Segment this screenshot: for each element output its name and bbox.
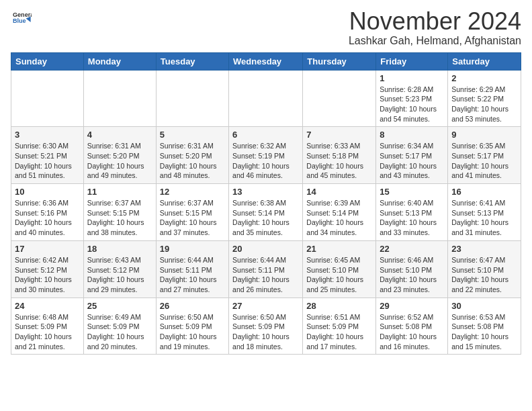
- day-number: 4: [87, 130, 152, 140]
- day-number: 9: [451, 130, 517, 140]
- table-row: 30Sunrise: 6:53 AM Sunset: 5:08 PM Dayli…: [448, 298, 521, 355]
- day-info: Sunrise: 6:34 AM Sunset: 5:17 PM Dayligh…: [380, 141, 444, 181]
- table-row: 29Sunrise: 6:52 AM Sunset: 5:08 PM Dayli…: [376, 298, 448, 355]
- table-row: 4Sunrise: 6:31 AM Sunset: 5:20 PM Daylig…: [83, 127, 156, 184]
- day-info: Sunrise: 6:28 AM Sunset: 5:23 PM Dayligh…: [380, 85, 444, 124]
- table-row: [303, 70, 376, 127]
- day-info: Sunrise: 6:37 AM Sunset: 5:15 PM Dayligh…: [160, 198, 225, 238]
- header: General Blue November 2024 Lashkar Gah, …: [11, 8, 521, 47]
- calendar-week-row: 24Sunrise: 6:48 AM Sunset: 5:09 PM Dayli…: [11, 298, 521, 355]
- day-info: Sunrise: 6:40 AM Sunset: 5:13 PM Dayligh…: [380, 198, 444, 238]
- day-number: 22: [380, 244, 444, 254]
- table-row: 6Sunrise: 6:32 AM Sunset: 5:19 PM Daylig…: [229, 127, 303, 184]
- day-info: Sunrise: 6:32 AM Sunset: 5:19 PM Dayligh…: [232, 141, 299, 181]
- table-row: [11, 70, 84, 127]
- col-sunday: Sunday: [11, 52, 84, 70]
- day-number: 24: [15, 301, 80, 311]
- day-number: 5: [160, 130, 225, 140]
- table-row: 27Sunrise: 6:50 AM Sunset: 5:09 PM Dayli…: [229, 298, 303, 355]
- table-row: 13Sunrise: 6:38 AM Sunset: 5:14 PM Dayli…: [229, 184, 303, 241]
- day-info: Sunrise: 6:31 AM Sunset: 5:20 PM Dayligh…: [160, 141, 225, 181]
- day-info: Sunrise: 6:37 AM Sunset: 5:15 PM Dayligh…: [87, 198, 152, 238]
- day-number: 30: [451, 301, 517, 311]
- day-number: 12: [160, 187, 225, 197]
- day-info: Sunrise: 6:47 AM Sunset: 5:10 PM Dayligh…: [451, 255, 517, 295]
- table-row: 26Sunrise: 6:50 AM Sunset: 5:09 PM Dayli…: [156, 298, 228, 355]
- day-info: Sunrise: 6:50 AM Sunset: 5:09 PM Dayligh…: [160, 312, 225, 352]
- day-number: 11: [87, 187, 152, 197]
- day-info: Sunrise: 6:52 AM Sunset: 5:08 PM Dayligh…: [380, 312, 444, 352]
- col-wednesday: Wednesday: [229, 52, 303, 70]
- table-row: 25Sunrise: 6:49 AM Sunset: 5:09 PM Dayli…: [83, 298, 156, 355]
- table-row: 18Sunrise: 6:43 AM Sunset: 5:12 PM Dayli…: [83, 240, 156, 298]
- day-info: Sunrise: 6:30 AM Sunset: 5:21 PM Dayligh…: [15, 141, 80, 181]
- day-number: 10: [15, 187, 80, 197]
- day-info: Sunrise: 6:45 AM Sunset: 5:10 PM Dayligh…: [306, 255, 372, 295]
- table-row: 12Sunrise: 6:37 AM Sunset: 5:15 PM Dayli…: [156, 184, 228, 241]
- day-number: 26: [160, 301, 225, 311]
- day-number: 8: [380, 130, 444, 140]
- table-row: 11Sunrise: 6:37 AM Sunset: 5:15 PM Dayli…: [83, 184, 156, 241]
- day-info: Sunrise: 6:38 AM Sunset: 5:14 PM Dayligh…: [232, 198, 299, 238]
- day-number: 20: [232, 244, 299, 254]
- table-row: [156, 70, 228, 127]
- day-info: Sunrise: 6:36 AM Sunset: 5:16 PM Dayligh…: [15, 198, 80, 238]
- calendar-header-row: Sunday Monday Tuesday Wednesday Thursday…: [11, 52, 521, 70]
- day-number: 25: [87, 301, 152, 311]
- day-info: Sunrise: 6:35 AM Sunset: 5:17 PM Dayligh…: [451, 141, 517, 181]
- location-title: Lashkar Gah, Helmand, Afghanistan: [349, 35, 521, 47]
- table-row: 5Sunrise: 6:31 AM Sunset: 5:20 PM Daylig…: [156, 127, 228, 184]
- svg-text:Blue: Blue: [13, 17, 26, 24]
- day-number: 19: [160, 244, 225, 254]
- col-monday: Monday: [83, 52, 156, 70]
- day-info: Sunrise: 6:46 AM Sunset: 5:10 PM Dayligh…: [380, 255, 444, 295]
- day-info: Sunrise: 6:50 AM Sunset: 5:09 PM Dayligh…: [232, 312, 299, 352]
- table-row: 9Sunrise: 6:35 AM Sunset: 5:17 PM Daylig…: [448, 127, 521, 184]
- day-number: 14: [306, 187, 372, 197]
- table-row: 8Sunrise: 6:34 AM Sunset: 5:17 PM Daylig…: [376, 127, 448, 184]
- col-thursday: Thursday: [303, 52, 376, 70]
- day-info: Sunrise: 6:42 AM Sunset: 5:12 PM Dayligh…: [15, 255, 80, 295]
- logo: General Blue: [11, 8, 32, 30]
- day-number: 13: [232, 187, 299, 197]
- day-info: Sunrise: 6:49 AM Sunset: 5:09 PM Dayligh…: [87, 312, 152, 352]
- day-number: 28: [306, 301, 372, 311]
- calendar-week-row: 3Sunrise: 6:30 AM Sunset: 5:21 PM Daylig…: [11, 127, 521, 184]
- day-number: 15: [380, 187, 444, 197]
- table-row: 24Sunrise: 6:48 AM Sunset: 5:09 PM Dayli…: [11, 298, 84, 355]
- logo-area: General Blue: [11, 8, 32, 30]
- day-number: 23: [451, 244, 517, 254]
- calendar-week-row: 17Sunrise: 6:42 AM Sunset: 5:12 PM Dayli…: [11, 240, 521, 298]
- day-info: Sunrise: 6:29 AM Sunset: 5:22 PM Dayligh…: [451, 85, 517, 124]
- table-row: 7Sunrise: 6:33 AM Sunset: 5:18 PM Daylig…: [303, 127, 376, 184]
- day-info: Sunrise: 6:43 AM Sunset: 5:12 PM Dayligh…: [87, 255, 152, 295]
- day-info: Sunrise: 6:31 AM Sunset: 5:20 PM Dayligh…: [87, 141, 152, 181]
- day-number: 3: [15, 130, 80, 140]
- logo-icon: General Blue: [13, 8, 32, 27]
- day-info: Sunrise: 6:53 AM Sunset: 5:08 PM Dayligh…: [451, 312, 517, 352]
- svg-text:General: General: [13, 11, 32, 18]
- day-info: Sunrise: 6:51 AM Sunset: 5:09 PM Dayligh…: [306, 312, 372, 352]
- table-row: 14Sunrise: 6:39 AM Sunset: 5:14 PM Dayli…: [303, 184, 376, 241]
- day-info: Sunrise: 6:44 AM Sunset: 5:11 PM Dayligh…: [160, 255, 225, 295]
- day-number: 1: [380, 73, 444, 83]
- table-row: 20Sunrise: 6:44 AM Sunset: 5:11 PM Dayli…: [229, 240, 303, 298]
- calendar-week-row: 1Sunrise: 6:28 AM Sunset: 5:23 PM Daylig…: [11, 70, 521, 127]
- col-friday: Friday: [376, 52, 448, 70]
- page: General Blue November 2024 Lashkar Gah, …: [0, 0, 532, 363]
- day-info: Sunrise: 6:48 AM Sunset: 5:09 PM Dayligh…: [15, 312, 80, 352]
- day-number: 29: [380, 301, 444, 311]
- table-row: 17Sunrise: 6:42 AM Sunset: 5:12 PM Dayli…: [11, 240, 84, 298]
- day-info: Sunrise: 6:39 AM Sunset: 5:14 PM Dayligh…: [306, 198, 372, 238]
- calendar-week-row: 10Sunrise: 6:36 AM Sunset: 5:16 PM Dayli…: [11, 184, 521, 241]
- table-row: 22Sunrise: 6:46 AM Sunset: 5:10 PM Dayli…: [376, 240, 448, 298]
- day-number: 21: [306, 244, 372, 254]
- day-info: Sunrise: 6:44 AM Sunset: 5:11 PM Dayligh…: [232, 255, 299, 295]
- table-row: [83, 70, 156, 127]
- table-row: 1Sunrise: 6:28 AM Sunset: 5:23 PM Daylig…: [376, 70, 448, 127]
- table-row: 28Sunrise: 6:51 AM Sunset: 5:09 PM Dayli…: [303, 298, 376, 355]
- table-row: [229, 70, 303, 127]
- title-area: November 2024 Lashkar Gah, Helmand, Afgh…: [349, 8, 521, 47]
- col-saturday: Saturday: [448, 52, 521, 70]
- table-row: 3Sunrise: 6:30 AM Sunset: 5:21 PM Daylig…: [11, 127, 84, 184]
